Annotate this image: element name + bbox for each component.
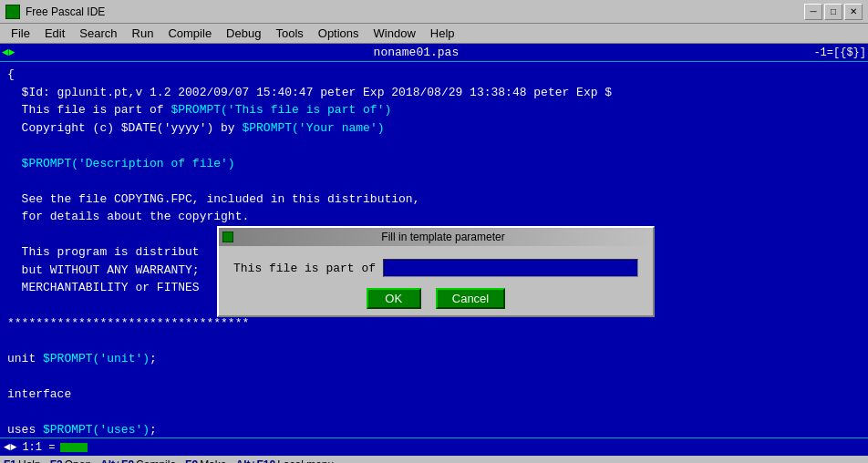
help-label: Help xyxy=(18,458,41,463)
dialog-title-bar: Fill in template parameter xyxy=(219,228,653,246)
minimize-button[interactable]: ─ xyxy=(804,4,822,20)
menu-item-debug[interactable]: Debug xyxy=(219,25,268,42)
app-icon xyxy=(5,5,20,19)
title-text: Free Pascal IDE xyxy=(26,5,799,18)
menu-bar: FileEditSearchRunCompileDebugToolsOption… xyxy=(0,24,868,44)
status-indicator: ◄► xyxy=(4,441,16,454)
maximize-button[interactable]: □ xyxy=(824,4,842,20)
title-bar: Free Pascal IDE ─ □ ✕ xyxy=(0,0,868,24)
dialog-overlay: Fill in template parameter This file is … xyxy=(0,44,868,437)
cancel-button[interactable]: Cancel xyxy=(436,288,505,309)
menu-item-compile[interactable]: Compile xyxy=(160,25,219,42)
menu-item-file[interactable]: File xyxy=(4,25,37,42)
dialog-prompt-row: This file is part of xyxy=(233,259,638,277)
help-label: Open xyxy=(65,458,91,463)
dialog-prompt-label: This file is part of xyxy=(233,262,376,275)
menu-item-search[interactable]: Search xyxy=(72,25,124,42)
close-button[interactable]: ✕ xyxy=(844,4,863,20)
window-controls: ─ □ ✕ xyxy=(804,4,863,20)
help-label: Compile xyxy=(136,458,176,463)
dialog-content: This file is part of OK Cancel xyxy=(219,246,653,318)
help-label: Make xyxy=(200,458,226,463)
menu-item-help[interactable]: Help xyxy=(423,25,462,42)
help-key[interactable]: F3 xyxy=(50,458,63,463)
dialog: Fill in template parameter This file is … xyxy=(217,226,655,317)
help-key[interactable]: Alt+F10 xyxy=(235,458,275,463)
status-bar: ◄► 1:1 = xyxy=(0,437,868,456)
editor-area: ◄► noname01.pas -1=[{$}] { $Id: gplunit.… xyxy=(0,44,868,437)
menu-item-window[interactable]: Window xyxy=(367,25,423,42)
menu-item-edit[interactable]: Edit xyxy=(37,25,72,42)
menu-item-options[interactable]: Options xyxy=(311,25,367,42)
dialog-input[interactable] xyxy=(383,259,638,277)
ok-button[interactable]: OK xyxy=(367,288,421,309)
help-label: Local menu xyxy=(277,458,334,463)
dialog-buttons: OK Cancel xyxy=(233,288,638,309)
dialog-icon xyxy=(222,232,233,242)
help-bar: F1HelpF3OpenAlt+F9CompileF9MakeAlt+F10Lo… xyxy=(0,456,868,463)
help-key[interactable]: Alt+F9 xyxy=(100,458,134,463)
help-key[interactable]: F9 xyxy=(185,458,198,463)
status-position: 1:1 = xyxy=(22,441,55,454)
menu-item-tools[interactable]: Tools xyxy=(268,25,310,42)
status-green-bar xyxy=(60,443,88,452)
help-key[interactable]: F1 xyxy=(4,458,16,463)
menu-item-run[interactable]: Run xyxy=(125,25,161,42)
dialog-title-text: Fill in template parameter xyxy=(237,231,649,243)
